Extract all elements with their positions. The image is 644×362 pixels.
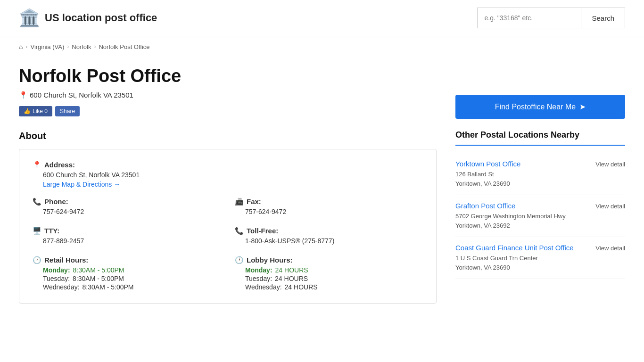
- phone-icon: 📞: [33, 197, 41, 206]
- facebook-like-button[interactable]: 👍 Like 0: [19, 106, 52, 116]
- find-postoffice-button[interactable]: Find Postoffice Near Me ➤: [455, 95, 625, 119]
- page-address: 📍 600 Church St, Norfolk VA 23501: [19, 91, 437, 99]
- breadcrumb-sep-2: ›: [67, 43, 69, 50]
- find-btn-label: Find Postoffice Near Me: [495, 103, 576, 111]
- breadcrumb-sep-3: ›: [94, 43, 96, 50]
- nearby-item-grafton: Grafton Post Office 5702 George Washingt…: [455, 195, 625, 237]
- breadcrumb: ⌂ › Virginia (VA) › Norfolk › Norfolk Po…: [0, 36, 644, 57]
- facebook-share-button[interactable]: Share: [55, 106, 80, 116]
- fb-share-label: Share: [60, 108, 75, 115]
- location-arrow-icon: ➤: [579, 102, 586, 111]
- lobby-hours-group: 🕐 Lobby Hours: Monday: 24 HOURS Tuesday:…: [235, 256, 423, 292]
- main-content: Norfolk Post Office 📍 600 Church St, Nor…: [19, 66, 437, 304]
- lobby-tuesday-label: Tuesday:: [245, 275, 272, 282]
- post-office-icon: 🏛️: [19, 9, 40, 26]
- retail-tuesday-label: Tuesday:: [43, 275, 70, 282]
- nearby-addr-coastguard: 1 U S Coast Guard Trn Center Yorktown, V…: [455, 254, 591, 272]
- info-card: 📍 Address: 600 Church St, Norfolk VA 235…: [19, 149, 437, 304]
- nearby-info-grafton: Grafton Post Office 5702 George Washingt…: [455, 202, 591, 230]
- social-buttons: 👍 Like 0 Share: [19, 106, 437, 116]
- nearby-addr-grafton: 5702 George Washington Memorial Hwy York…: [455, 212, 591, 230]
- tollfree-label: 📞 Toll-Free:: [235, 227, 423, 235]
- lobby-wednesday-label: Wednesday:: [245, 283, 282, 291]
- retail-hours-wednesday: Wednesday: 8:30AM - 5:00PM: [43, 283, 221, 291]
- address-text: 600 Church St, Norfolk VA 23501: [30, 91, 133, 99]
- phone-value: 757-624-9472: [33, 208, 221, 215]
- breadcrumb-current: Norfolk Post Office: [99, 43, 149, 50]
- lobby-wednesday-hours: 24 HOURS: [285, 283, 318, 291]
- tollfree-icon: 📞: [235, 227, 244, 235]
- page-title: Norfolk Post Office: [19, 66, 437, 86]
- nearby-info-coastguard: Coast Guard Finance Unit Post Office 1 U…: [455, 244, 591, 272]
- phone-label: 📞 Phone:: [33, 197, 221, 206]
- fax-group: 📠 Fax: 757-624-9472: [235, 197, 423, 217]
- retail-wednesday-label: Wednesday:: [43, 283, 80, 291]
- tollfree-value: 1-800-Ask-USPS® (275-8777): [235, 237, 423, 245]
- phone-group: 📞 Phone: 757-624-9472: [33, 197, 221, 217]
- search-input[interactable]: [477, 8, 581, 28]
- search-area: Search: [477, 8, 625, 28]
- nearby-addr-yorktown: 126 Ballard St Yorktown, VA 23690: [455, 170, 591, 188]
- retail-hours-group: 🕐 Retail Hours: Monday: 8:30AM - 5:00PM …: [33, 256, 221, 292]
- retail-hours-grid: Monday: 8:30AM - 5:00PM Tuesday: 8:30AM …: [33, 266, 221, 291]
- site-title: US location post office: [45, 12, 157, 24]
- nearby-info-yorktown: Yorktown Post Office 126 Ballard St York…: [455, 160, 591, 188]
- lobby-monday-hours: 24 HOURS: [275, 266, 308, 274]
- view-detail-yorktown[interactable]: View detail: [595, 160, 625, 168]
- fax-label: 📠 Fax:: [235, 197, 423, 206]
- search-button[interactable]: Search: [581, 8, 625, 28]
- address-label: 📍 Address:: [33, 161, 423, 169]
- nearby-title: Other Postal Locations Nearby: [455, 130, 625, 146]
- fb-thumb-icon: 👍: [24, 108, 31, 115]
- directions-link[interactable]: Large Map & Directions →: [33, 181, 120, 188]
- view-detail-grafton[interactable]: View detail: [595, 202, 625, 210]
- lobby-hours-monday: Monday: 24 HOURS: [245, 266, 423, 274]
- tty-group: 🖥️ TTY: 877-889-2457: [33, 227, 221, 247]
- lobby-hours-tuesday: Tuesday: 24 HOURS: [245, 275, 423, 282]
- retail-monday-label: Monday:: [43, 266, 70, 274]
- lobby-hours-grid: Monday: 24 HOURS Tuesday: 24 HOURS Wedne…: [235, 266, 423, 291]
- breadcrumb-home[interactable]: ⌂: [19, 43, 23, 50]
- breadcrumb-city[interactable]: Norfolk: [72, 43, 91, 50]
- retail-hours-label: 🕐 Retail Hours:: [33, 256, 221, 264]
- nearby-name-grafton[interactable]: Grafton Post Office: [455, 202, 591, 210]
- about-heading: About: [19, 131, 437, 141]
- site-logo[interactable]: 🏛️ US location post office: [19, 9, 157, 26]
- address-pin-icon: 📍: [33, 161, 41, 169]
- nearby-name-yorktown[interactable]: Yorktown Post Office: [455, 160, 591, 168]
- retail-tuesday-hours: 8:30AM - 5:00PM: [73, 275, 124, 282]
- tty-value: 877-889-2457: [33, 237, 221, 245]
- lobby-monday-label: Monday:: [245, 266, 272, 274]
- lobby-hours-label: 🕐 Lobby Hours:: [235, 256, 423, 264]
- sidebar: Find Postoffice Near Me ➤ Other Postal L…: [455, 66, 625, 304]
- address-value: 600 Church St, Norfolk VA 23501: [33, 171, 423, 179]
- retail-wednesday-hours: 8:30AM - 5:00PM: [83, 283, 134, 291]
- retail-clock-icon: 🕐: [33, 256, 41, 264]
- nearby-item-coastguard: Coast Guard Finance Unit Post Office 1 U…: [455, 237, 625, 279]
- address-section: 📍 Address: 600 Church St, Norfolk VA 235…: [33, 161, 423, 188]
- main-container: Norfolk Post Office 📍 600 Church St, Nor…: [0, 57, 644, 322]
- header: 🏛️ US location post office Search: [0, 0, 644, 36]
- tty-icon: 🖥️: [33, 227, 41, 235]
- fax-value: 757-624-9472: [235, 208, 423, 215]
- retail-hours-monday: Monday: 8:30AM - 5:00PM: [43, 266, 221, 274]
- info-grid: 📞 Phone: 757-624-9472 📠 Fax: 757-624-947…: [33, 197, 423, 292]
- tty-label: 🖥️ TTY:: [33, 227, 221, 235]
- nearby-name-coastguard[interactable]: Coast Guard Finance Unit Post Office: [455, 244, 591, 252]
- home-icon: ⌂: [19, 43, 23, 50]
- nearby-item-yorktown: Yorktown Post Office 126 Ballard St York…: [455, 153, 625, 195]
- fb-like-label: Like 0: [33, 108, 48, 115]
- breadcrumb-sep-1: ›: [25, 43, 27, 50]
- tollfree-group: 📞 Toll-Free: 1-800-Ask-USPS® (275-8777): [235, 227, 423, 247]
- fax-icon: 📠: [235, 197, 244, 206]
- pin-icon: 📍: [19, 91, 28, 99]
- lobby-hours-wednesday: Wednesday: 24 HOURS: [245, 283, 423, 291]
- retail-hours-tuesday: Tuesday: 8:30AM - 5:00PM: [43, 275, 221, 282]
- lobby-clock-icon: 🕐: [235, 256, 244, 264]
- retail-monday-hours: 8:30AM - 5:00PM: [73, 266, 124, 274]
- breadcrumb-state[interactable]: Virginia (VA): [30, 43, 64, 50]
- lobby-tuesday-hours: 24 HOURS: [275, 275, 308, 282]
- view-detail-coastguard[interactable]: View detail: [595, 244, 625, 252]
